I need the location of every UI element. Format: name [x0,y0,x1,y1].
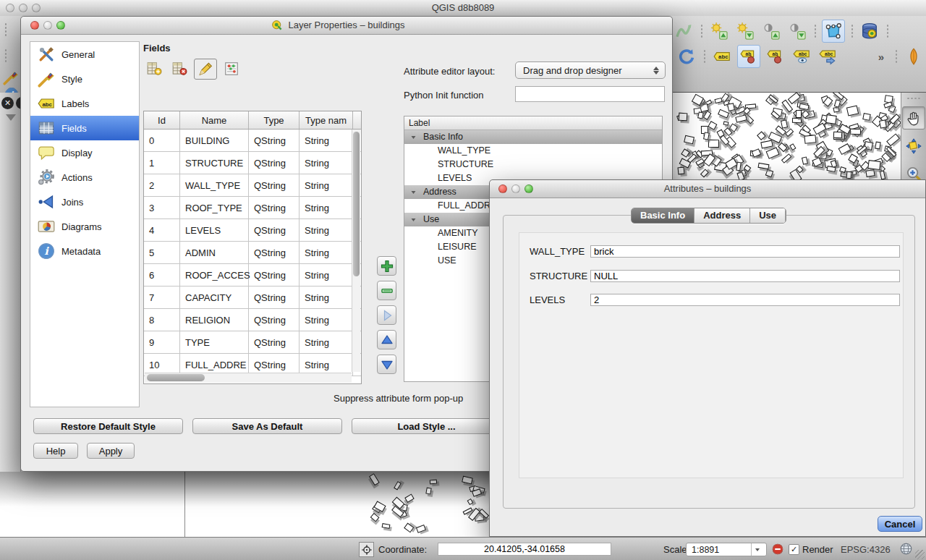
toolbar-handle[interactable] [906,96,922,101]
disclosure-triangle-icon[interactable] [410,216,417,224]
label-move-button[interactable]: abc [817,46,838,67]
attr-close-button[interactable] [498,184,507,193]
sidebar-item-labels[interactable]: abcLabels [30,91,139,116]
tab-use[interactable]: Use [750,208,786,223]
save-as-default-button[interactable]: Save As Default [192,418,342,434]
delete-column-button[interactable] [169,59,190,79]
tree-item-structure[interactable]: STRUCTURE [404,158,662,171]
panel-close-icon[interactable]: ✕ [1,97,14,109]
column-header-type-nam[interactable]: Type nam [300,111,353,129]
label-pin-button[interactable]: ab [737,45,760,68]
hide-point-button[interactable] [786,20,808,42]
column-header-name[interactable]: Name [180,111,249,129]
panel-collapse-triangle-icon[interactable] [6,114,16,121]
main-zoom-button[interactable] [32,4,41,12]
table-row[interactable]: 6ROOF_ACCESQStringString [144,264,361,287]
restore-default-style-button[interactable]: Restore Default Style [33,418,183,434]
sidebar-item-display[interactable]: Display [30,140,139,165]
lp-minimize-button[interactable] [43,21,52,30]
disclosure-triangle-icon[interactable] [410,134,417,141]
feather-button[interactable] [903,46,925,67]
render-checkbox[interactable] [789,544,799,555]
table-row[interactable]: 0BUILDINGQStringString [144,130,361,152]
resize-grip[interactable] [915,550,925,559]
scale-combo[interactable]: 1:8891 [686,543,767,556]
field-calculator-button[interactable] [221,59,242,79]
lp-titlebar[interactable]: Layer Properties – buildings [21,17,672,35]
raise-point-button[interactable] [708,20,730,42]
toolbar-overflow-button[interactable]: » [873,46,889,67]
sidebar-item-metadata[interactable]: iMetadata [30,239,139,263]
map-canvas-bottom[interactable] [0,472,489,537]
pan-tool-button[interactable] [902,106,925,130]
coordinate-capture-icon[interactable] [359,542,374,557]
main-close-button[interactable] [6,4,14,12]
label-pin2-button[interactable]: ab [765,46,786,67]
scrollbar-thumb[interactable] [353,132,360,276]
move-item-button[interactable] [377,305,396,325]
tree-item-wall-type[interactable]: WALL_TYPE [404,144,662,158]
pan-to-selection-button[interactable] [903,135,925,157]
table-horizontal-scrollbar[interactable] [145,373,352,383]
table-row[interactable]: 1STRUCTUREQStringString [144,152,361,174]
toggle-editing-button[interactable] [194,59,217,80]
show-point-button[interactable] [760,20,782,42]
disclosure-triangle-icon[interactable] [410,189,417,196]
field-input-wall-type[interactable] [590,245,900,258]
sidebar-item-joins[interactable]: Joins [30,190,139,214]
partial-toolbar-icon[interactable] [3,69,19,85]
stop-render-icon[interactable] [771,543,784,556]
node-tool-button[interactable] [822,20,845,43]
globe-icon[interactable] [899,542,913,556]
table-vertical-scrollbar[interactable] [352,130,360,372]
sidebar-item-style[interactable]: Style [30,67,139,91]
lp-close-button[interactable] [30,21,39,30]
cancel-button[interactable]: Cancel [878,516,922,532]
load-style-button[interactable]: Load Style ... [352,418,501,434]
sidebar-item-fields[interactable]: Fields [30,116,139,140]
field-input-levels[interactable] [590,294,900,306]
sidebar-item-general[interactable]: General [30,42,139,67]
sidebar-item-actions[interactable]: Actions [30,165,139,190]
attr-zoom-button[interactable] [524,184,533,193]
tab-address[interactable]: Address [694,208,750,223]
python-init-input[interactable] [515,86,665,102]
attr-minimize-button[interactable] [511,184,520,193]
coordinate-input[interactable] [438,543,611,556]
refresh-button[interactable] [676,46,697,67]
lower-point-button[interactable] [734,20,756,42]
label-abc-button[interactable]: abc [711,46,733,67]
table-row[interactable]: 2WALL_TYPEQStringString [144,174,361,197]
help-button[interactable]: Help [33,443,78,459]
tree-group-basic-info[interactable]: Basic Info [404,130,662,144]
move-up-button[interactable] [377,330,396,349]
sidebar-item-diagrams[interactable]: Diagrams [30,214,139,239]
tab-basic-info[interactable]: Basic Info [632,208,694,223]
label-visibility-button[interactable]: abc [791,46,812,67]
zoom-next-button[interactable] [673,20,694,42]
table-row[interactable]: 4LEVELSQStringString [144,219,361,242]
main-minimize-button[interactable] [19,4,27,12]
column-header-type[interactable]: Type [249,111,300,129]
scrollbar-thumb[interactable] [147,374,205,381]
table-row[interactable]: 5ADMINQStringString [144,242,361,264]
panel-divider[interactable] [184,472,185,537]
map-canvas[interactable] [673,93,901,179]
toolbar-handle[interactable] [3,48,8,64]
remove-container-button[interactable] [377,281,396,300]
new-column-button[interactable] [143,59,165,79]
lp-zoom-button[interactable] [56,21,65,30]
field-input-structure[interactable] [590,270,900,282]
table-row[interactable]: 3ROOF_TYPEQStringString [144,197,361,219]
table-row[interactable]: 9TYPEQStringString [144,331,361,354]
table-row[interactable]: 8RELIGIONQStringString [144,309,361,331]
table-row[interactable]: 7CAPACITYQStringString [144,287,361,309]
attr-titlebar[interactable]: Attributes – buildings [490,180,925,198]
database-button[interactable] [859,20,880,42]
apply-button[interactable]: Apply [87,443,135,459]
column-header-id[interactable]: Id [144,111,180,129]
editor-layout-combo[interactable]: Drag and drop designer [515,61,666,79]
add-container-button[interactable] [377,256,396,276]
crs-status-label[interactable]: EPSG:4326 [841,544,891,555]
move-down-button[interactable] [377,355,396,374]
